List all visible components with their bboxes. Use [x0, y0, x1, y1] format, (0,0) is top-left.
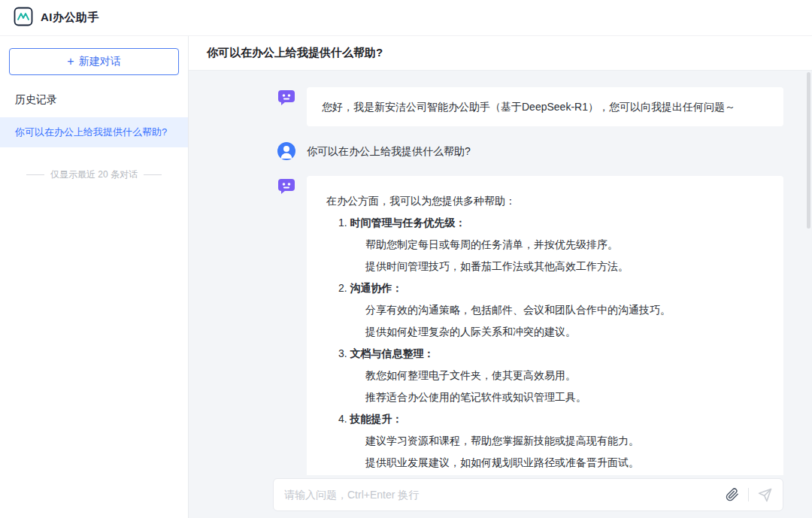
answer-item-detail: 教您如何整理电子文件夹，使其更高效易用。 — [365, 365, 764, 386]
answer-item-title: 文档与信息整理： — [350, 347, 435, 359]
answer-item-title: 技能提升： — [350, 413, 403, 425]
history-limit-text: 仅显示最近 20 条对话 — [50, 168, 138, 181]
answer-item-detail: 提供职业发展建议，如如何规划职业路径或准备晋升面试。 — [365, 452, 764, 474]
app-body: + 新建对话 历史记录 你可以在办公上给我提供什么帮助? 仅显示最近 20 条对… — [0, 36, 812, 518]
send-icon[interactable] — [758, 488, 772, 502]
answer-item-detail: 分享有效的沟通策略，包括邮件、会议和团队合作中的沟通技巧。 — [365, 299, 764, 321]
new-chat-label: 新建对话 — [79, 55, 121, 68]
answer-item-detail: 帮助您制定每日或每周的任务清单，并按优先级排序。 — [365, 234, 764, 256]
assistant-greeting-message: 您好，我是新安洁公司智能办公助手（基于DeepSeek-R1），您可以向我提出任… — [307, 87, 783, 126]
answer-item-detail: 提供时间管理技巧，如番茄工作法或其他高效工作方法。 — [365, 256, 764, 277]
message-input[interactable] — [284, 489, 717, 501]
chat-area: 您好，我是新安洁公司智能办公助手（基于DeepSeek-R1），您可以向我提出任… — [189, 71, 812, 475]
answer-item-number: 4. — [338, 413, 350, 425]
history-limit-note: 仅显示最近 20 条对话 — [9, 168, 179, 181]
user-question-message: 你可以在办公上给我提供什么帮助? — [307, 141, 471, 159]
sidebar: + 新建对话 历史记录 你可以在办公上给我提供什么帮助? 仅显示最近 20 条对… — [0, 36, 189, 518]
answer-item: 1. 时间管理与任务优先级：帮助您制定每日或每周的任务清单，并按优先级排序。提供… — [338, 212, 764, 277]
answer-item-number: 1. — [338, 217, 350, 229]
history-section-title: 历史记录 — [15, 93, 173, 107]
attachment-paperclip-icon[interactable] — [726, 488, 739, 501]
message-input-box — [273, 478, 783, 511]
assistant-answer-message: 在办公方面，我可以为您提供多种帮助： 1. 时间管理与任务优先级：帮助您制定每日… — [307, 176, 783, 475]
app-title: AI办公助手 — [41, 11, 99, 25]
assistant-message-row: 在办公方面，我可以为您提供多种帮助： 1. 时间管理与任务优先级：帮助您制定每日… — [277, 176, 783, 475]
main-panel: 你可以在办公上给我提供什么帮助? 您好，我是新安洁公司智能办公助手（基于Deep… — [189, 36, 812, 518]
app-window: AI办公助手 + 新建对话 历史记录 你可以在办公上给我提供什么帮助? 仅显示最… — [0, 0, 812, 518]
answer-item-number: 3. — [338, 347, 350, 359]
user-avatar-icon — [277, 141, 296, 161]
answer-item: 4. 技能提升：建议学习资源和课程，帮助您掌握新技能或提高现有能力。提供职业发展… — [338, 408, 764, 474]
answer-intro: 在办公方面，我可以为您提供多种帮助： — [326, 190, 764, 212]
divider-line — [26, 174, 44, 175]
answer-item-detail: 推荐适合办公使用的笔记软件或知识管理工具。 — [365, 386, 764, 408]
history-item[interactable]: 你可以在办公上给我提供什么帮助? — [0, 117, 188, 147]
plus-icon: + — [67, 56, 74, 68]
answer-list: 1. 时间管理与任务优先级：帮助您制定每日或每周的任务清单，并按优先级排序。提供… — [326, 212, 764, 475]
answer-item-title: 时间管理与任务优先级： — [350, 217, 466, 229]
answer-item-title: 沟通协作： — [350, 282, 403, 294]
assistant-avatar-icon — [277, 176, 296, 195]
user-message-row: 你可以在办公上给我提供什么帮助? — [277, 141, 783, 161]
assistant-message-row: 您好，我是新安洁公司智能办公助手（基于DeepSeek-R1），您可以向我提出任… — [277, 87, 783, 126]
history-list: 你可以在办公上给我提供什么帮助? — [9, 117, 179, 147]
answer-item-detail: 提供如何处理复杂的人际关系和冲突的建议。 — [365, 321, 764, 343]
top-header: AI办公助手 — [0, 0, 812, 36]
conversation-title: 你可以在办公上给我提供什么帮助? — [207, 46, 383, 60]
answer-item-detail: 建议学习资源和课程，帮助您掌握新技能或提高现有能力。 — [365, 430, 764, 452]
answer-item: 2. 沟通协作：分享有效的沟通策略，包括邮件、会议和团队合作中的沟通技巧。提供如… — [338, 277, 764, 343]
divider-line — [144, 174, 162, 175]
answer-item-number: 2. — [338, 282, 350, 294]
composer-divider — [748, 488, 749, 501]
conversation-header: 你可以在办公上给我提供什么帮助? — [189, 36, 812, 71]
answer-item: 3. 文档与信息整理：教您如何整理电子文件夹，使其更高效易用。推荐适合办公使用的… — [338, 343, 764, 408]
assistant-avatar-icon — [277, 87, 296, 107]
app-logo-icon — [14, 7, 33, 29]
scrollbar-thumb[interactable] — [807, 72, 810, 229]
composer — [189, 475, 812, 518]
new-chat-button[interactable]: + 新建对话 — [9, 48, 179, 75]
